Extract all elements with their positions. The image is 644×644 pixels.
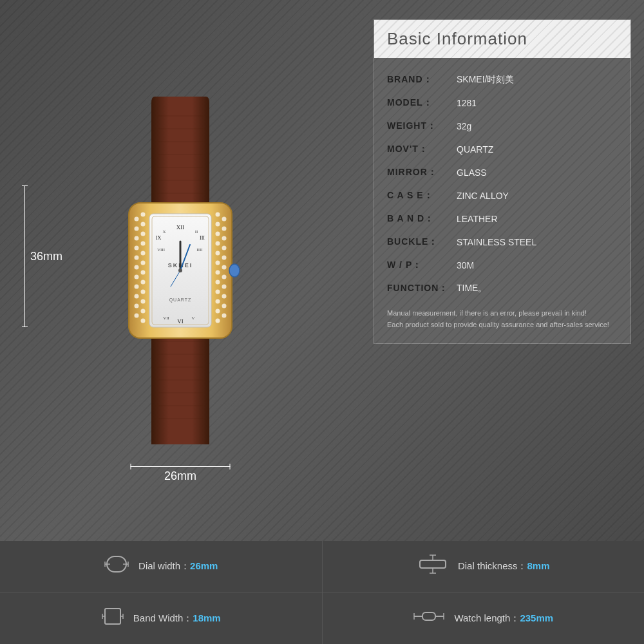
svg-text:XII: XII [176,224,185,231]
info-row-value: 1281 [457,98,477,108]
dimension-width-label: 26mm [164,469,196,483]
svg-point-55 [216,270,220,275]
svg-point-19 [135,256,139,260]
info-row: MOV'T：QUARTZ [374,138,630,161]
svg-text:QUARTZ: QUARTZ [169,298,192,303]
svg-point-31 [141,261,146,265]
svg-text:VII: VII [163,316,169,321]
stat-dial-thickness-value: 8mm [527,560,550,571]
svg-point-30 [141,251,146,256]
svg-text:III: III [200,235,205,241]
info-row-label: BUCKLE： [387,236,451,248]
svg-text:VIII: VIII [157,247,166,252]
info-row: BRAND：SKMEI/时刻美 [374,68,630,91]
main-area: 36mm [0,0,644,541]
svg-point-41 [222,246,227,251]
svg-point-34 [141,290,146,294]
info-row-label: MOV'T： [387,144,451,155]
info-row-label: WEIGHT： [387,120,451,132]
svg-rect-95 [422,612,435,620]
bottom-bar: Dial width：26mm Dial thickness：8mm [0,541,644,644]
svg-text:X: X [162,229,166,234]
dimension-line-vertical [24,185,25,327]
stats-row-2: Band Width：18mm Watch length：235mm [0,592,644,644]
stat-watch-length-value: 235mm [520,612,553,623]
info-row-value: STAINLESS STEEL [457,237,536,247]
svg-rect-85 [420,560,446,568]
svg-point-45 [222,285,227,289]
info-row: FUNCTION：TIME。 [374,277,630,300]
svg-point-29 [141,242,146,246]
svg-point-16 [135,227,139,231]
svg-point-24 [135,304,139,308]
svg-point-20 [135,265,139,270]
svg-point-58 [216,299,220,304]
info-row-value: 30M [457,260,474,270]
svg-point-42 [222,256,227,260]
svg-point-27 [141,222,146,227]
svg-point-51 [216,232,220,236]
svg-point-49 [216,213,220,217]
svg-text:V: V [191,316,194,321]
info-card: Basic Information BRAND：SKMEI/时刻美MODEL：1… [374,19,631,344]
svg-point-59 [216,309,220,314]
info-row-label: BRAND： [387,74,451,86]
watch-length-icon [413,606,445,631]
dial-width-icon [104,554,129,579]
svg-point-25 [135,314,139,318]
svg-point-61 [229,264,240,277]
left-panel: 36mm [0,0,361,541]
stat-dial-width-text: Dial width：26mm [138,560,218,573]
info-row-value: TIME。 [457,283,487,294]
info-note: Manual measurement, if there is an error… [374,300,630,330]
info-row-label: W / P： [387,260,451,271]
svg-point-17 [135,236,139,241]
info-row: B A N D：LEATHER [374,207,630,231]
dial-thickness-icon [417,554,449,579]
svg-point-47 [222,304,227,308]
svg-point-21 [135,275,139,279]
svg-point-39 [222,227,227,231]
band-width-icon [101,606,124,631]
stat-dial-width: Dial width：26mm [0,541,323,592]
dimension-height-label: 36mm [30,250,62,263]
svg-point-57 [216,290,220,294]
right-panel: Basic Information BRAND：SKMEI/时刻美MODEL：1… [361,0,644,541]
stat-dial-width-value: 26mm [190,560,218,571]
svg-point-50 [216,222,220,227]
info-rows-container: BRAND：SKMEI/时刻美MODEL：1281WEIGHT：32gMOV'T… [374,68,630,300]
stat-dial-thickness-text: Dial thickness：8mm [458,560,550,573]
info-row: MODEL：1281 [374,91,630,115]
svg-point-37 [141,319,146,323]
svg-point-40 [222,236,227,241]
svg-text:II: II [195,229,198,234]
info-row: WEIGHT：32g [374,115,630,138]
info-title-text: Basic Information [387,29,618,49]
stat-band-width: Band Width：18mm [0,592,323,644]
svg-point-18 [135,246,139,251]
svg-text:IX: IX [156,235,162,241]
dimension-line-horizontal [131,466,231,467]
info-row-value: LEATHER [457,214,498,224]
info-title-bar: Basic Information [374,20,630,58]
svg-point-36 [141,309,146,314]
info-row-label: B A N D： [387,213,451,225]
svg-point-54 [216,261,220,265]
svg-point-79 [178,269,182,272]
svg-point-28 [141,232,146,236]
info-row-label: MIRROR： [387,167,451,178]
svg-point-15 [135,217,139,222]
svg-point-35 [141,299,146,304]
info-row-label: FUNCTION： [387,283,451,294]
svg-point-53 [216,251,220,256]
info-row-value: 32g [457,121,471,131]
stat-band-width-text: Band Width：18mm [133,612,221,625]
stat-watch-length-text: Watch length：235mm [454,612,553,625]
info-row-value: GLASS [457,167,487,178]
svg-point-26 [141,213,146,217]
stat-watch-length: Watch length：235mm [323,592,645,644]
svg-point-38 [222,217,227,222]
info-row-value: ZINC ALLOY [457,191,509,201]
stat-band-width-value: 18mm [193,612,220,623]
svg-point-56 [216,280,220,285]
